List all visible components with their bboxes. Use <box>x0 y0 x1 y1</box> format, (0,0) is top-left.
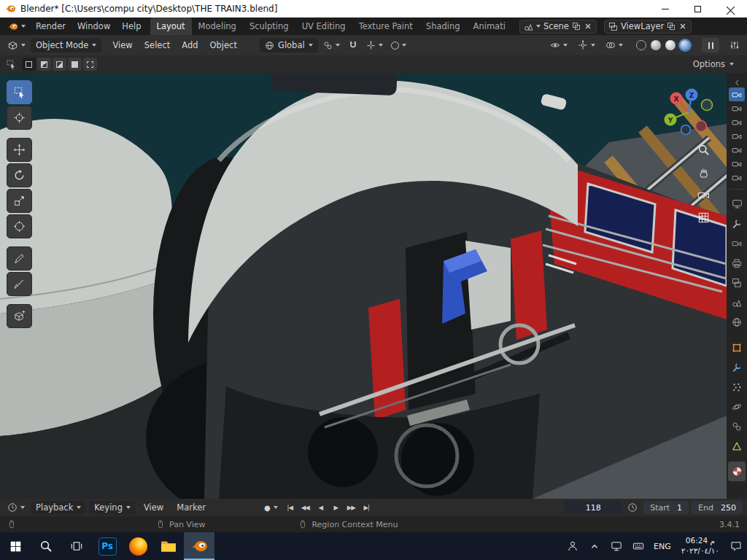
select-mode-subtract-button[interactable] <box>53 58 66 71</box>
menu-view[interactable]: View <box>107 36 138 54</box>
tab-shading[interactable]: Shading <box>419 18 467 35</box>
editor-type-button[interactable] <box>4 38 28 52</box>
ortho-toggle-button[interactable] <box>695 209 711 225</box>
playback-dropdown[interactable]: Playback <box>31 501 86 515</box>
start-button[interactable] <box>0 532 31 560</box>
snap-toggle[interactable] <box>345 38 361 52</box>
pause-button[interactable] <box>702 38 719 52</box>
play-reverse-button[interactable]: ◀ <box>314 501 328 514</box>
outliner-camera-item[interactable] <box>729 157 745 171</box>
viewlayer-selector[interactable]: ViewLayer <box>604 20 692 34</box>
timeline-menu-view[interactable]: View <box>139 502 169 513</box>
new-scene-icon[interactable] <box>572 22 581 31</box>
zoom-button[interactable] <box>695 141 711 158</box>
next-keyframe-button[interactable]: ▶▶ <box>344 501 358 514</box>
file-explorer-taskbar-button[interactable] <box>153 532 184 560</box>
select-mode-invert-button[interactable] <box>68 58 82 71</box>
tab-data-properties[interactable] <box>728 436 746 456</box>
expand-region-button[interactable] <box>733 77 741 88</box>
blender-menu-button[interactable] <box>3 21 30 32</box>
outliner-camera-item[interactable] <box>729 143 745 157</box>
transform-tool-button[interactable] <box>7 214 32 238</box>
measure-tool-button[interactable] <box>7 272 32 296</box>
select-mode-extend-button[interactable] <box>37 58 51 71</box>
select-mode-new-button[interactable] <box>22 58 36 71</box>
mode-dropdown[interactable]: Object Mode <box>31 38 101 52</box>
tab-output-properties[interactable] <box>728 253 746 273</box>
taskbar-search-button[interactable] <box>31 532 61 560</box>
photoshop-taskbar-button[interactable]: Ps <box>92 532 123 560</box>
add-cube-tool-button[interactable] <box>7 304 32 328</box>
new-viewlayer-icon[interactable] <box>667 22 676 31</box>
maximize-button[interactable] <box>681 0 714 18</box>
menu-object[interactable]: Object <box>204 36 243 54</box>
tab-sculpting[interactable]: Sculpting <box>243 18 295 35</box>
display-tray-button[interactable] <box>605 532 627 560</box>
tab-modifier-properties[interactable] <box>728 357 746 377</box>
tab-world-properties[interactable] <box>728 312 746 332</box>
camera-view-button[interactable] <box>695 187 711 203</box>
tab-physics-properties[interactable] <box>728 397 746 416</box>
task-view-button[interactable] <box>61 532 92 560</box>
pan-button[interactable] <box>695 164 711 180</box>
frame-end-field[interactable]: End 250 <box>692 501 743 514</box>
outliner-camera-item[interactable] <box>729 88 745 101</box>
outliner-camera-item[interactable] <box>729 101 745 115</box>
jump-to-end-button[interactable]: ▶| <box>360 501 374 514</box>
tab-object-properties[interactable] <box>728 338 746 357</box>
rotate-tool-button[interactable] <box>7 163 32 187</box>
scale-tool-button[interactable] <box>7 189 32 213</box>
jump-to-start-button[interactable]: |◀ <box>283 501 297 514</box>
remove-viewlayer-icon[interactable] <box>678 22 687 31</box>
menu-window[interactable]: Window <box>71 18 116 35</box>
scene-render[interactable] <box>0 73 727 499</box>
tab-viewlayer-properties[interactable] <box>728 273 746 292</box>
language-indicator[interactable]: ENG <box>649 542 676 551</box>
tab-scene-properties[interactable] <box>728 292 746 312</box>
keying-dropdown[interactable]: Keying <box>89 501 136 515</box>
previous-keyframe-button[interactable]: ◀◀ <box>298 501 312 514</box>
properties-header-icon[interactable] <box>729 40 740 50</box>
tab-constraint-properties[interactable] <box>728 416 746 436</box>
tab-material-properties[interactable] <box>728 462 746 481</box>
snap-dropdown[interactable] <box>363 38 386 52</box>
cursor-tool-button[interactable] <box>7 106 32 130</box>
frame-start-field[interactable]: Start 1 <box>643 501 689 514</box>
tab-render-properties[interactable] <box>728 233 746 253</box>
minimize-button[interactable] <box>649 0 681 18</box>
use-preview-range-icon[interactable] <box>627 502 638 513</box>
taskbar-clock[interactable]: 06:24 م ٢٠٢٣/٠٤/١٠ <box>676 536 725 556</box>
axis-neg-y-ball[interactable] <box>702 100 713 111</box>
select-mode-intersect-button[interactable] <box>83 58 97 71</box>
tab-animation[interactable]: Animati <box>467 18 512 35</box>
tab-modeling[interactable]: Modeling <box>192 18 243 35</box>
overlays-dropdown[interactable] <box>603 38 626 52</box>
menu-add[interactable]: Add <box>176 36 204 54</box>
orientation-dropdown[interactable]: Global <box>260 38 318 52</box>
visibility-dropdown[interactable] <box>547 38 570 52</box>
gizmos-dropdown[interactable] <box>575 38 598 52</box>
navigation-gizmo[interactable]: X Z Y <box>655 85 722 144</box>
timeline-menu-marker[interactable]: Marker <box>171 502 211 513</box>
proportional-edit-dropdown[interactable] <box>388 38 409 52</box>
viewport-3d[interactable]: X Z Y <box>0 73 727 499</box>
axis-gizmo[interactable]: X Z Y <box>655 85 722 141</box>
shading-rendered-icon[interactable] <box>680 40 690 50</box>
axis-neg-x-ball[interactable] <box>696 121 707 132</box>
pivot-dropdown[interactable] <box>320 38 343 52</box>
tab-particle-properties[interactable] <box>728 377 746 397</box>
touch-keyboard-button[interactable] <box>627 532 649 560</box>
menu-help[interactable]: Help <box>116 18 147 35</box>
menu-select[interactable]: Select <box>139 36 176 54</box>
scene-selector[interactable]: Scene <box>519 20 597 34</box>
shading-wireframe-icon[interactable] <box>636 40 646 50</box>
select-box-tool-button[interactable] <box>7 80 32 104</box>
tab-uv-editing[interactable]: UV Editing <box>295 18 352 35</box>
close-button[interactable] <box>714 0 747 18</box>
tab-texture-paint[interactable]: Texture Paint <box>352 18 419 35</box>
outliner-camera-item[interactable] <box>729 115 745 129</box>
play-button[interactable]: ▶ <box>329 501 343 514</box>
properties-editor-icon[interactable] <box>728 194 746 214</box>
outliner-camera-item[interactable] <box>729 129 745 143</box>
show-hidden-icons-button[interactable] <box>584 532 605 560</box>
